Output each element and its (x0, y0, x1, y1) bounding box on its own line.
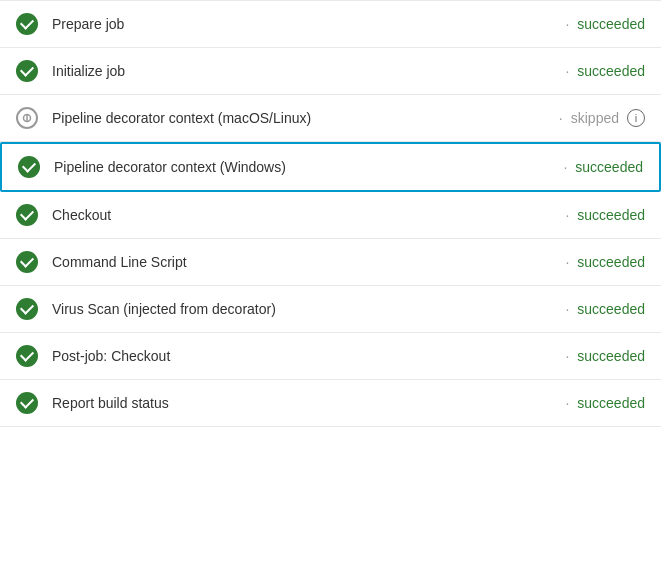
success-icon (16, 204, 38, 226)
separator: · (565, 16, 569, 32)
job-name: Pipeline decorator context (macOS/Linux) (52, 110, 551, 126)
skipped-icon (16, 107, 38, 129)
job-item-checkout[interactable]: Checkout·succeeded (0, 192, 661, 239)
job-name: Pipeline decorator context (Windows) (54, 159, 555, 175)
status-label: succeeded (575, 159, 643, 175)
separator: · (565, 254, 569, 270)
job-item-command-line-script[interactable]: Command Line Script·succeeded (0, 239, 661, 286)
job-name: Checkout (52, 207, 557, 223)
success-icon (16, 13, 38, 35)
success-icon (16, 60, 38, 82)
job-item-report-build-status[interactable]: Report build status·succeeded (0, 380, 661, 427)
status-label: succeeded (577, 16, 645, 32)
job-name: Post-job: Checkout (52, 348, 557, 364)
job-name: Prepare job (52, 16, 557, 32)
separator: · (563, 159, 567, 175)
job-item-post-job-checkout[interactable]: Post-job: Checkout·succeeded (0, 333, 661, 380)
success-icon (18, 156, 40, 178)
status-label: succeeded (577, 395, 645, 411)
success-icon (16, 298, 38, 320)
separator: · (565, 301, 569, 317)
status-label: succeeded (577, 301, 645, 317)
job-item-initialize-job[interactable]: Initialize job·succeeded (0, 48, 661, 95)
status-label: skipped (571, 110, 619, 126)
status-label: succeeded (577, 207, 645, 223)
job-item-prepare-job[interactable]: Prepare job·succeeded (0, 0, 661, 48)
separator: · (565, 348, 569, 364)
job-name: Initialize job (52, 63, 557, 79)
job-item-virus-scan[interactable]: Virus Scan (injected from decorator)·suc… (0, 286, 661, 333)
job-name: Virus Scan (injected from decorator) (52, 301, 557, 317)
info-icon[interactable]: i (627, 109, 645, 127)
success-icon (16, 251, 38, 273)
success-icon (16, 392, 38, 414)
job-list: Prepare job·succeededInitialize job·succ… (0, 0, 661, 427)
separator: · (559, 110, 563, 126)
separator: · (565, 63, 569, 79)
job-item-pipeline-decorator-macos[interactable]: Pipeline decorator context (macOS/Linux)… (0, 95, 661, 142)
status-label: succeeded (577, 254, 645, 270)
job-name: Command Line Script (52, 254, 557, 270)
job-item-pipeline-decorator-windows[interactable]: Pipeline decorator context (Windows)·suc… (0, 142, 661, 192)
job-name: Report build status (52, 395, 557, 411)
success-icon (16, 345, 38, 367)
status-label: succeeded (577, 63, 645, 79)
status-label: succeeded (577, 348, 645, 364)
separator: · (565, 395, 569, 411)
separator: · (565, 207, 569, 223)
